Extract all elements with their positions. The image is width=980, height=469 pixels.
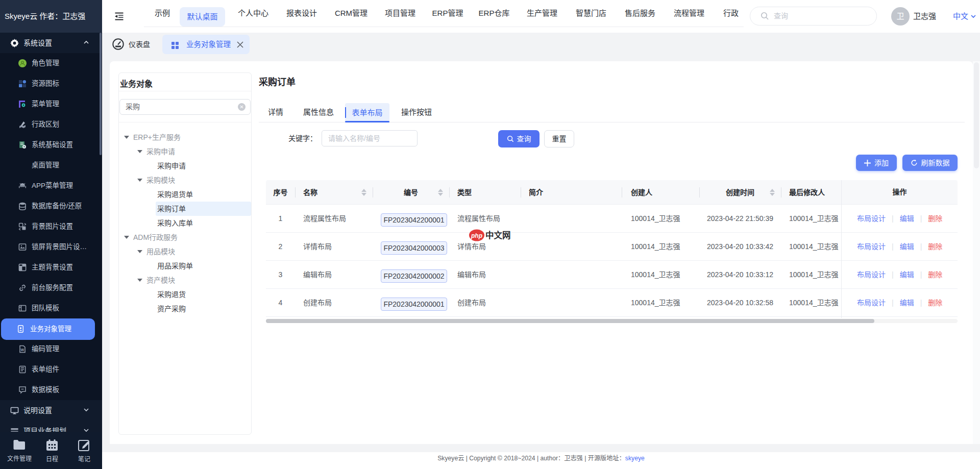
svg-text:中文网: 中文网 (485, 230, 511, 240)
svg-text:W: W (21, 348, 24, 352)
svg-text:php: php (471, 232, 482, 239)
